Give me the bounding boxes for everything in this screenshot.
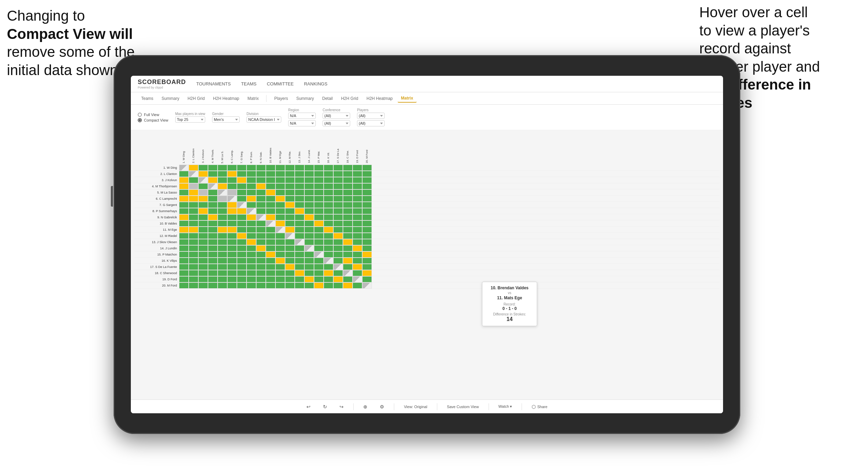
matrix-cell[interactable] [218,177,227,183]
matrix-cell[interactable] [198,189,208,196]
matrix-cell[interactable] [237,245,247,251]
matrix-cell[interactable] [285,189,295,196]
matrix-cell[interactable] [198,183,208,189]
matrix-cell[interactable] [189,196,198,202]
conference-select2[interactable]: (All) [323,120,350,126]
matrix-cell[interactable] [324,239,333,245]
matrix-cell[interactable] [362,233,372,239]
matrix-cell[interactable] [275,220,285,227]
matrix-cell[interactable] [266,270,275,276]
matrix-cell[interactable] [266,183,275,189]
matrix-cell[interactable] [304,202,314,208]
matrix-cell[interactable] [227,214,237,220]
matrix-cell[interactable] [237,214,247,220]
matrix-cell[interactable] [304,258,314,264]
matrix-cell[interactable] [208,183,218,189]
matrix-cell[interactable] [208,196,218,202]
nav-rankings[interactable]: RANKINGS [304,80,327,88]
matrix-cell[interactable] [324,264,333,270]
matrix-cell[interactable] [285,233,295,239]
matrix-cell[interactable] [266,214,275,220]
matrix-cell[interactable] [189,202,198,208]
matrix-cell[interactable] [343,196,353,202]
matrix-cell[interactable] [237,239,247,245]
matrix-cell[interactable] [314,189,324,196]
matrix-cell[interactable] [275,177,285,183]
matrix-cell[interactable] [237,251,247,258]
matrix-cell[interactable] [266,196,275,202]
matrix-cell[interactable] [256,270,266,276]
matrix-cell[interactable] [237,227,247,233]
matrix-cell[interactable] [179,202,189,208]
matrix-cell[interactable] [362,171,372,177]
matrix-cell[interactable] [324,276,333,282]
matrix-cell[interactable] [179,171,189,177]
matrix-cell[interactable] [295,270,304,276]
matrix-cell[interactable] [179,282,189,289]
matrix-cell[interactable] [353,264,362,270]
matrix-cell[interactable] [189,245,198,251]
matrix-cell[interactable] [343,220,353,227]
sub-tab-summary2[interactable]: Summary [293,95,317,102]
matrix-cell[interactable] [362,196,372,202]
matrix-cell[interactable] [343,177,353,183]
matrix-cell[interactable] [275,171,285,177]
matrix-cell[interactable] [314,220,324,227]
matrix-cell[interactable] [208,202,218,208]
matrix-cell[interactable] [333,264,343,270]
matrix-cell[interactable] [218,233,227,239]
matrix-cell[interactable] [295,245,304,251]
matrix-cell[interactable] [266,171,275,177]
matrix-cell[interactable] [295,189,304,196]
matrix-cell[interactable] [218,165,227,171]
matrix-cell[interactable] [208,233,218,239]
matrix-cell[interactable] [304,282,314,289]
matrix-cell[interactable] [179,227,189,233]
matrix-cell[interactable] [353,196,362,202]
matrix-cell[interactable] [314,264,324,270]
matrix-cell[interactable] [256,214,266,220]
matrix-cell[interactable] [247,165,256,171]
matrix-cell[interactable] [179,196,189,202]
matrix-cell[interactable] [266,276,275,282]
max-players-select[interactable]: Top 25 [175,116,205,123]
matrix-cell[interactable] [247,233,256,239]
matrix-cell[interactable] [227,183,237,189]
matrix-cell[interactable] [333,196,343,202]
matrix-cell[interactable] [237,202,247,208]
matrix-cell[interactable] [198,227,208,233]
matrix-cell[interactable] [324,202,333,208]
matrix-cell[interactable] [218,208,227,214]
matrix-cell[interactable] [256,251,266,258]
matrix-cell[interactable] [227,189,237,196]
matrix-cell[interactable] [295,251,304,258]
matrix-cell[interactable] [189,282,198,289]
matrix-cell[interactable] [295,196,304,202]
sub-tab-players[interactable]: Players [271,95,291,102]
matrix-cell[interactable] [285,208,295,214]
matrix-cell[interactable] [295,258,304,264]
sub-tab-h2hheatmap1[interactable]: H2H Heatmap [210,95,243,102]
matrix-cell[interactable] [275,270,285,276]
full-view-radio[interactable] [138,113,142,117]
matrix-cell[interactable] [324,220,333,227]
matrix-cell[interactable] [362,245,372,251]
matrix-cell[interactable] [266,189,275,196]
matrix-cell[interactable] [275,189,285,196]
matrix-cell[interactable] [295,202,304,208]
matrix-cell[interactable] [304,245,314,251]
matrix-cell[interactable] [198,264,208,270]
matrix-cell[interactable] [304,196,314,202]
matrix-cell[interactable] [333,202,343,208]
matrix-cell[interactable] [198,171,208,177]
save-custom-btn[interactable]: Save Custom View [444,403,482,410]
matrix-cell[interactable] [189,264,198,270]
matrix-cell[interactable] [247,214,256,220]
matrix-cell[interactable] [304,239,314,245]
matrix-cell[interactable] [247,264,256,270]
matrix-cell[interactable] [189,227,198,233]
matrix-cell[interactable] [314,208,324,214]
matrix-cell[interactable] [314,165,324,171]
matrix-cell[interactable] [218,264,227,270]
matrix-cell[interactable] [256,233,266,239]
